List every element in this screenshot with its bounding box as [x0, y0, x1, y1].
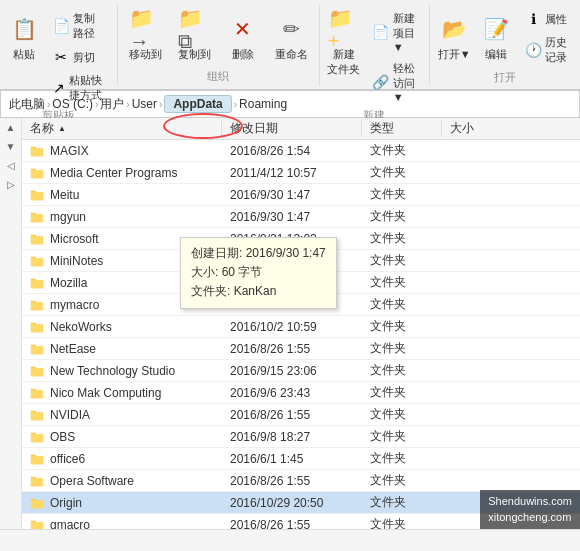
file-type-cell: 文件夹	[362, 406, 442, 423]
table-row[interactable]: mgyun 2016/9/30 1:47 文件夹	[22, 206, 580, 228]
table-row[interactable]: office6 2016/6/1 1:45 文件夹	[22, 448, 580, 470]
file-type-cell: 文件夹	[362, 252, 442, 269]
moveto-button[interactable]: 📁→ 移动到	[122, 8, 169, 67]
folder-icon	[30, 474, 44, 488]
file-name-cell: mgyun	[22, 210, 222, 224]
table-row[interactable]: NVIDIA 2016/8/26 1:55 文件夹	[22, 404, 580, 426]
table-row[interactable]: Media Center Programs 2011/4/12 10:57 文件…	[22, 162, 580, 184]
file-type-cell: 文件夹	[362, 274, 442, 291]
file-name: qmacro	[50, 518, 90, 530]
file-date-cell: 2016/9/8 18:27	[222, 430, 362, 444]
sidebar-up-arrow[interactable]: ▲	[6, 122, 16, 133]
open-button[interactable]: 📂 打开▼	[434, 8, 474, 67]
file-date-cell: 2016/10/29 20:50	[222, 496, 362, 510]
sidebar-down-arrow[interactable]: ▼	[6, 141, 16, 152]
table-row[interactable]: NekoWorks 2016/10/2 10:59 文件夹	[22, 316, 580, 338]
edit-button[interactable]: 📝 编辑	[476, 8, 516, 67]
newitem-button[interactable]: 📄 新建项目▼	[366, 8, 425, 56]
shortcut-icon: ↗	[53, 80, 65, 96]
folder-icon	[30, 408, 44, 422]
breadcrumb: 此电脑 › OS (C:) › 用户 › User › AppData › Ro…	[9, 95, 571, 113]
paste-icon: 📋	[8, 13, 40, 45]
file-date-cell: 2016/8/26 1:54	[222, 144, 362, 158]
moveto-label: 移动到	[129, 47, 162, 62]
file-type-cell: 文件夹	[362, 494, 442, 511]
file-date-cell: 2016/9/30 1:47	[222, 188, 362, 202]
folder-icon	[30, 276, 44, 290]
newitem-icon: 📄	[373, 24, 389, 40]
organize-group: 📁→ 移动到 📁⧉ 复制到 ✕ 删除 ✏ 重命名 组织	[118, 4, 320, 86]
file-type-cell: 文件夹	[362, 230, 442, 247]
history-icon: 🕐	[525, 42, 541, 58]
folder-icon	[30, 232, 44, 246]
file-name: mymacro	[50, 298, 99, 312]
file-type-cell: 文件夹	[362, 142, 442, 159]
props-button[interactable]: ℹ 属性	[518, 8, 576, 30]
newfolder-button[interactable]: 📁+ 新建文件夹	[324, 8, 364, 82]
file-type-cell: 文件夹	[362, 384, 442, 401]
breadcrumb-pc[interactable]: 此电脑	[9, 96, 45, 113]
open-group: 📂 打开▼ 📝 编辑 ℹ 属性 🕐 历史记录	[430, 4, 580, 86]
file-name: Nico Mak Computing	[50, 386, 161, 400]
file-name: Microsoft	[50, 232, 99, 246]
breadcrumb-appdata[interactable]: AppData	[164, 95, 231, 113]
file-name: New Technology Studio	[50, 364, 175, 378]
sidebar-arrow2[interactable]: ◁	[7, 160, 15, 171]
cut-button[interactable]: ✂ 剪切	[46, 46, 113, 68]
table-row[interactable]: New Technology Studio 2016/9/15 23:06 文件…	[22, 360, 580, 382]
folder-icon	[30, 144, 44, 158]
props-label: 属性	[545, 12, 567, 27]
rename-button[interactable]: ✏ 重命名	[268, 8, 315, 67]
folder-icon	[30, 320, 44, 334]
file-rows-container: MAGIX 2016/8/26 1:54 文件夹 Media Center Pr…	[22, 140, 580, 529]
table-row[interactable]: OBS 2016/9/8 18:27 文件夹	[22, 426, 580, 448]
sidebar: ▲ ▼ ◁ ▷	[0, 118, 22, 529]
ribbon: 📋 粘贴 📄 复制路径 ✂ 剪切 ↗ 粘贴快捷方式	[0, 0, 580, 90]
tooltip-size: 大小: 60 字节	[191, 263, 326, 282]
rename-label: 重命名	[275, 47, 308, 62]
paste-button[interactable]: 📋 粘贴	[4, 8, 44, 67]
file-type-cell: 文件夹	[362, 362, 442, 379]
cut-icon: ✂	[53, 49, 69, 65]
copy-path-button[interactable]: 📄 复制路径	[46, 8, 113, 44]
clipboard-group: 📋 粘贴 📄 复制路径 ✂ 剪切 ↗ 粘贴快捷方式	[0, 4, 118, 86]
moveto-icon: 📁→	[129, 13, 161, 45]
delete-label: 删除	[232, 47, 254, 62]
table-row[interactable]: Opera Software 2016/8/26 1:55 文件夹	[22, 470, 580, 492]
new-group: 📁+ 新建文件夹 📄 新建项目▼ 🔗 轻松访问▼ 新建	[320, 4, 430, 86]
col-date-header[interactable]: 修改日期	[222, 120, 362, 137]
table-row[interactable]: MAGIX 2016/8/26 1:54 文件夹	[22, 140, 580, 162]
col-type-header[interactable]: 类型	[362, 120, 442, 137]
table-row[interactable]: Meitu 2016/9/30 1:47 文件夹	[22, 184, 580, 206]
breadcrumb-users[interactable]: 用户	[100, 96, 124, 113]
file-name: MAGIX	[50, 144, 89, 158]
breadcrumb-drive[interactable]: OS (C:)	[52, 97, 93, 111]
address-bar: 此电脑 › OS (C:) › 用户 › User › AppData › Ro…	[0, 90, 580, 118]
history-button[interactable]: 🕐 历史记录	[518, 32, 576, 68]
folder-icon	[30, 386, 44, 400]
file-name-cell: NetEase	[22, 342, 222, 356]
copy-icon: 📄	[53, 18, 69, 34]
copyto-button[interactable]: 📁⧉ 复制到	[171, 8, 218, 67]
file-name: office6	[50, 452, 85, 466]
newfolder-label: 新建文件夹	[327, 47, 360, 77]
delete-button[interactable]: ✕ 删除	[220, 8, 266, 67]
breadcrumb-user[interactable]: User	[132, 97, 157, 111]
file-name-cell: office6	[22, 452, 222, 466]
col-name-header[interactable]: 名称 ▲	[22, 120, 222, 137]
file-name: mgyun	[50, 210, 86, 224]
open-label: 打开▼	[438, 47, 471, 62]
newitem-label: 新建项目▼	[393, 11, 418, 53]
col-size-header[interactable]: 大小	[442, 120, 580, 137]
file-date-cell: 2011/4/12 10:57	[222, 166, 362, 180]
ribbon-toolbar: 📋 粘贴 📄 复制路径 ✂ 剪切 ↗ 粘贴快捷方式	[0, 0, 580, 90]
file-name: Origin	[50, 496, 82, 510]
copyto-label: 复制到	[178, 47, 211, 62]
file-list: 名称 ▲ 修改日期 类型 大小 MAGIX 2016/8/26 1:54 文件夹…	[22, 118, 580, 529]
file-name-cell: Nico Mak Computing	[22, 386, 222, 400]
table-row[interactable]: Nico Mak Computing 2016/9/6 23:43 文件夹	[22, 382, 580, 404]
breadcrumb-roaming[interactable]: Roaming	[239, 97, 287, 111]
file-name-cell: Opera Software	[22, 474, 222, 488]
sidebar-arrow3[interactable]: ▷	[7, 179, 15, 190]
table-row[interactable]: NetEase 2016/8/26 1:55 文件夹	[22, 338, 580, 360]
